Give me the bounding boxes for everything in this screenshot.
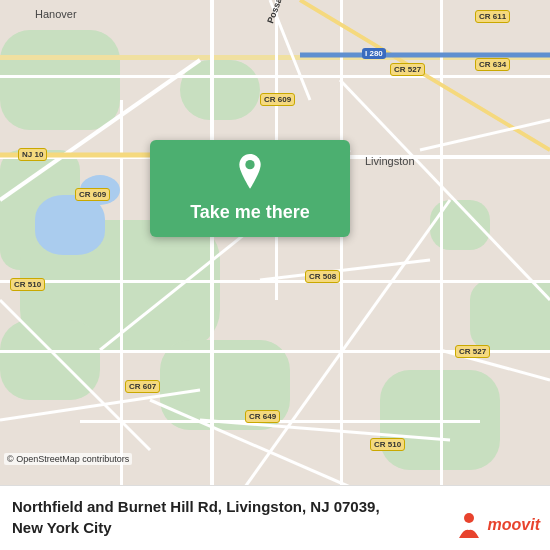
- map-container: NJ 10 CR 609 CR 609 CR 510 CR 510 CR 527…: [0, 0, 550, 550]
- i280-badge: I 280: [362, 48, 386, 59]
- moovit-person-icon: [454, 510, 484, 540]
- livingston-label: Livingston: [365, 155, 415, 167]
- cr527-badge2: CR 527: [455, 345, 490, 358]
- cr634-badge: CR 634: [475, 58, 510, 71]
- cr607-badge: CR 607: [125, 380, 160, 393]
- cr527-badge1: CR 527: [390, 63, 425, 76]
- cr508-badge: CR 508: [305, 270, 340, 283]
- moovit-logo-area: moovit: [454, 510, 540, 540]
- take-me-there-button[interactable]: Take me there: [150, 140, 350, 237]
- svg-line-10: [260, 260, 430, 280]
- bottom-bar: Northfield and Burnet Hill Rd, Livingsto…: [0, 485, 550, 550]
- possaic-rd-label: Possaic Rd: [265, 0, 291, 25]
- location-pin-icon: [234, 154, 266, 194]
- take-me-there-label: Take me there: [190, 202, 310, 223]
- nj10-badge: NJ 10: [18, 148, 47, 161]
- svg-point-15: [245, 160, 254, 169]
- cr510-badge1: CR 510: [10, 278, 45, 291]
- svg-point-16: [464, 513, 474, 523]
- cr510-badge2: CR 510: [370, 438, 405, 451]
- cr611-badge: CR 611: [475, 10, 510, 23]
- take-me-there-container[interactable]: Take me there: [150, 140, 350, 237]
- cr609-badge2: CR 609: [260, 93, 295, 106]
- cr649-badge: CR 649: [245, 410, 280, 423]
- osm-credit: © OpenStreetMap contributors: [4, 453, 132, 465]
- cr609-badge1: CR 609: [75, 188, 110, 201]
- map-background: NJ 10 CR 609 CR 609 CR 510 CR 510 CR 527…: [0, 0, 550, 550]
- hanover-label: Hanover: [35, 8, 77, 20]
- moovit-brand-name: moovit: [488, 516, 540, 534]
- address-text: Northfield and Burnet Hill Rd, Livingsto…: [12, 496, 380, 538]
- svg-line-5: [340, 80, 550, 300]
